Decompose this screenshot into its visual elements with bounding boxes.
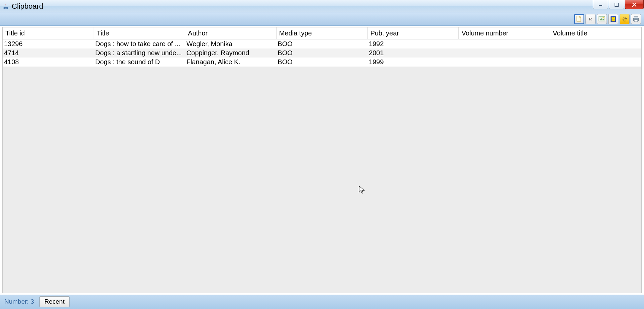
table-empty-area[interactable] bbox=[3, 67, 641, 293]
print-icon bbox=[633, 16, 639, 22]
column-header[interactable]: Volume number bbox=[459, 27, 550, 39]
cell-volume_number[interactable] bbox=[459, 48, 550, 58]
save-icon bbox=[610, 16, 617, 22]
cell-author[interactable]: Flanagan, Alice K. bbox=[185, 58, 277, 67]
r-icon: R bbox=[589, 16, 592, 22]
column-header[interactable]: Volume title bbox=[550, 27, 641, 39]
cell-title_id[interactable]: 4108 bbox=[3, 58, 94, 67]
svg-rect-1 bbox=[599, 5, 602, 6]
window-title: Clipboard bbox=[12, 2, 593, 11]
cell-title_id[interactable]: 13296 bbox=[3, 39, 94, 49]
cell-title[interactable]: Dogs : how to take care of ... bbox=[94, 39, 185, 49]
cell-pub_year[interactable]: 1999 bbox=[367, 58, 459, 67]
svg-rect-11 bbox=[634, 16, 638, 18]
r-button[interactable]: R bbox=[585, 14, 596, 24]
cell-media_type[interactable]: BOO bbox=[276, 39, 367, 49]
java-icon bbox=[2, 3, 9, 10]
cell-author[interactable]: Coppinger, Raymond bbox=[185, 48, 277, 58]
new-document-icon bbox=[576, 16, 582, 22]
cell-pub_year[interactable]: 1992 bbox=[367, 39, 459, 49]
print-button[interactable] bbox=[631, 14, 641, 24]
cell-media_type[interactable]: BOO bbox=[276, 58, 367, 67]
column-header[interactable]: Author bbox=[185, 27, 277, 39]
clipboard-window: Clipboard R bbox=[0, 0, 644, 309]
cell-media_type[interactable]: BOO bbox=[276, 48, 367, 58]
svg-rect-13 bbox=[634, 20, 638, 22]
maximize-button[interactable] bbox=[609, 0, 624, 9]
cell-volume_number[interactable] bbox=[459, 39, 550, 49]
image-button[interactable] bbox=[597, 14, 607, 24]
svg-rect-10 bbox=[614, 17, 614, 18]
titlebar[interactable]: Clipboard bbox=[0, 0, 644, 12]
cell-volume_number[interactable] bbox=[459, 58, 550, 67]
table-row[interactable]: 4108Dogs : the sound of DFlanagan, Alice… bbox=[3, 58, 641, 67]
column-header[interactable]: Title bbox=[94, 27, 185, 39]
results-table[interactable]: Title idTitleAuthorMedia typePub. yearVo… bbox=[3, 27, 641, 67]
cell-volume_title[interactable] bbox=[550, 39, 641, 49]
cell-volume_title[interactable] bbox=[550, 58, 641, 67]
cell-title[interactable]: Dogs : the sound of D bbox=[94, 58, 185, 67]
window-controls bbox=[593, 0, 644, 12]
svg-point-6 bbox=[603, 17, 604, 18]
new-document-button[interactable] bbox=[574, 14, 584, 24]
table-row[interactable]: 13296Dogs : how to take care of ...Wegle… bbox=[3, 39, 641, 49]
save-button[interactable] bbox=[608, 14, 618, 24]
cell-title_id[interactable]: 4714 bbox=[3, 48, 94, 58]
close-button[interactable] bbox=[625, 0, 644, 9]
column-header[interactable]: Title id bbox=[3, 27, 94, 39]
column-header[interactable]: Media type bbox=[276, 27, 367, 39]
record-count: Number: 3 bbox=[4, 298, 34, 305]
email-icon: @ bbox=[623, 16, 627, 22]
svg-point-0 bbox=[4, 7, 8, 8]
content-area: Title idTitleAuthorMedia typePub. yearVo… bbox=[2, 27, 642, 293]
email-button[interactable]: @ bbox=[620, 14, 630, 24]
table-header-row[interactable]: Title idTitleAuthorMedia typePub. yearVo… bbox=[3, 27, 641, 39]
toolbar: R @ bbox=[0, 12, 644, 26]
table-row[interactable]: 4714Dogs : a startling new unde...Coppin… bbox=[3, 48, 641, 58]
column-header[interactable]: Pub. year bbox=[367, 27, 459, 39]
cell-title[interactable]: Dogs : a startling new unde... bbox=[94, 48, 185, 58]
statusbar: Number: 3 Recent bbox=[0, 295, 644, 309]
svg-rect-9 bbox=[612, 19, 615, 21]
recent-button[interactable]: Recent bbox=[39, 296, 70, 307]
cell-author[interactable]: Wegler, Monika bbox=[185, 39, 277, 49]
image-icon bbox=[599, 16, 605, 22]
cell-pub_year[interactable]: 2001 bbox=[367, 48, 459, 58]
minimize-button[interactable] bbox=[593, 0, 608, 9]
svg-rect-2 bbox=[615, 3, 618, 6]
svg-rect-8 bbox=[612, 17, 615, 19]
cell-volume_title[interactable] bbox=[550, 48, 641, 58]
